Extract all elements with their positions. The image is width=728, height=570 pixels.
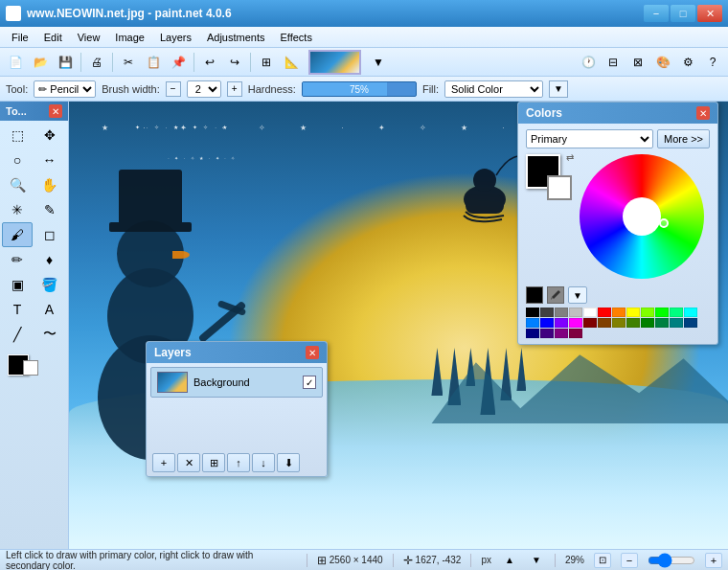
history-button[interactable]: 🕐 — [577, 51, 600, 74]
new-button[interactable]: 📄 — [4, 51, 27, 74]
fill-more-button[interactable]: ▼ — [549, 80, 568, 98]
grid-button[interactable]: ⊞ — [255, 51, 278, 74]
undo-button[interactable]: ↩ — [198, 51, 221, 74]
palette-darkcyan[interactable] — [670, 318, 683, 328]
maximize-button[interactable]: □ — [671, 5, 695, 22]
palette-mint[interactable] — [670, 308, 683, 317]
tool-lasso[interactable]: ○ — [2, 148, 33, 172]
tool-text[interactable]: T — [2, 297, 33, 322]
colors-tb-button[interactable]: 🎨 — [651, 51, 674, 74]
delete-layer-button[interactable]: ✕ — [177, 453, 200, 472]
move-layer-down-button[interactable]: ↓ — [252, 453, 275, 472]
layer-item-background[interactable]: Background ✓ — [150, 367, 323, 398]
hardness-bar[interactable]: 75% — [302, 81, 417, 97]
close-button[interactable]: ✕ — [697, 5, 722, 22]
palette-brown[interactable] — [598, 318, 611, 328]
unit-up-button[interactable]: ▲ — [501, 554, 518, 567]
toolbox-close-button[interactable]: ✕ — [49, 104, 62, 118]
palette-darkpurple[interactable] — [540, 329, 554, 338]
swap-colors-button[interactable]: ⇄ — [566, 152, 574, 163]
open-button[interactable]: 📂 — [29, 51, 52, 74]
tool-rectangle-select[interactable]: ⬚ — [2, 123, 33, 148]
palette-yellow[interactable] — [626, 308, 640, 317]
color-wheel-cursor[interactable] — [659, 218, 669, 228]
canvas-area[interactable]: ✦ · ✧ · ★ · ✦ ✧ · ★ · ✦ · ✧ ★ · ✦ · ✧ — [69, 102, 728, 549]
tool-eraser[interactable]: ◻ — [34, 222, 65, 247]
tool-pan[interactable]: ✋ — [34, 172, 65, 197]
unit-down-button[interactable]: ▼ — [528, 554, 545, 567]
brush-width-select[interactable]: 248 — [187, 80, 221, 98]
image-thumbnail[interactable] — [308, 50, 361, 75]
fit-window-button[interactable]: ⊡ — [594, 553, 611, 568]
active-tool-select[interactable]: ✏ Pencil — [34, 80, 96, 98]
palette-darkgreen[interactable] — [641, 318, 654, 328]
palette-purple[interactable] — [555, 318, 568, 328]
palette-darkgray[interactable] — [540, 308, 554, 317]
cut-button[interactable]: ✂ — [117, 51, 140, 74]
tool-magic-wand[interactable]: ✳ — [2, 197, 33, 222]
add-layer-button[interactable]: + — [152, 453, 175, 472]
view-button[interactable]: ⊟ — [602, 51, 625, 74]
color-wheel[interactable] — [580, 154, 704, 279]
move-layer-up-button[interactable]: ↑ — [227, 453, 250, 472]
minimize-button[interactable]: − — [644, 5, 669, 22]
palette-orange[interactable] — [612, 308, 626, 317]
menu-file[interactable]: File — [4, 30, 36, 45]
tool-zoom[interactable]: 🔍 — [2, 172, 33, 197]
palette-teal[interactable] — [655, 318, 669, 328]
brush-decrease-button[interactable]: − — [166, 81, 181, 97]
tool-line[interactable]: ╱ — [2, 322, 33, 347]
menu-adjustments[interactable]: Adjustments — [199, 30, 273, 45]
menu-view[interactable]: View — [70, 30, 108, 45]
black-swatch[interactable] — [526, 286, 543, 304]
tool-brush[interactable]: 🖌 — [2, 222, 33, 247]
palette-white[interactable] — [583, 308, 597, 317]
tool-move-selection[interactable]: ↔ — [34, 148, 65, 172]
duplicate-layer-button[interactable]: ⊞ — [202, 453, 225, 472]
tool-move[interactable]: ✥ — [34, 123, 65, 148]
palette-red[interactable] — [598, 308, 611, 317]
palette-darklime[interactable] — [626, 318, 640, 328]
toolbox-secondary-swatch[interactable] — [23, 360, 38, 376]
menu-effects[interactable]: Effects — [273, 30, 320, 45]
copy-button[interactable]: 📋 — [142, 51, 165, 74]
palette-cyan[interactable] — [684, 308, 697, 317]
zoom-out-button[interactable]: − — [621, 553, 638, 568]
palette-lightgray[interactable] — [569, 308, 582, 317]
palette-lightblue[interactable] — [526, 318, 539, 328]
paste-button[interactable]: 📌 — [167, 51, 190, 74]
palette-maroon[interactable] — [583, 318, 597, 328]
tool-shapes[interactable]: A — [34, 297, 65, 322]
tool-gradient[interactable]: ▣ — [2, 272, 33, 297]
palette-blue[interactable] — [540, 318, 554, 328]
add-color-button[interactable]: ▼ — [568, 286, 587, 304]
layers-close-button[interactable]: ✕ — [306, 346, 319, 359]
menu-edit[interactable]: Edit — [36, 30, 70, 45]
menu-image[interactable]: Image — [107, 30, 152, 45]
tool-recolor[interactable]: ♦ — [34, 247, 65, 272]
zoom-in-button[interactable]: + — [705, 553, 722, 568]
palette-green[interactable] — [655, 308, 669, 317]
tool-curves[interactable]: 〜 — [34, 322, 65, 347]
palette-black[interactable] — [526, 308, 539, 317]
fill-type-select[interactable]: Solid Color Linear Gradient Radial Gradi… — [444, 80, 543, 98]
color-dropper-button[interactable] — [547, 286, 564, 304]
secondary-color-swatch[interactable] — [547, 175, 572, 200]
print-button[interactable]: 🖨 — [85, 51, 108, 74]
merge-layer-button[interactable]: ⬇ — [277, 453, 300, 472]
menu-layers[interactable]: Layers — [152, 30, 199, 45]
save-button[interactable]: 💾 — [54, 51, 77, 74]
palette-darkblue[interactable] — [526, 329, 539, 338]
color-wheel-area[interactable] — [580, 154, 704, 279]
palette-navy[interactable] — [684, 318, 697, 328]
colors-close-button[interactable]: ✕ — [696, 106, 710, 120]
palette-darkpink[interactable] — [569, 329, 582, 338]
ruler-button[interactable]: 📐 — [280, 51, 303, 74]
tool-clone-stamp[interactable]: ✎ — [34, 197, 65, 222]
color-mode-select[interactable]: Primary Secondary — [526, 129, 653, 148]
help-button[interactable]: ? — [701, 51, 724, 74]
more-tb-button[interactable]: ▼ — [367, 51, 390, 74]
tool-paint-bucket[interactable]: 🪣 — [34, 272, 65, 297]
palette-lime[interactable] — [641, 308, 654, 317]
brush-increase-button[interactable]: + — [227, 81, 242, 97]
